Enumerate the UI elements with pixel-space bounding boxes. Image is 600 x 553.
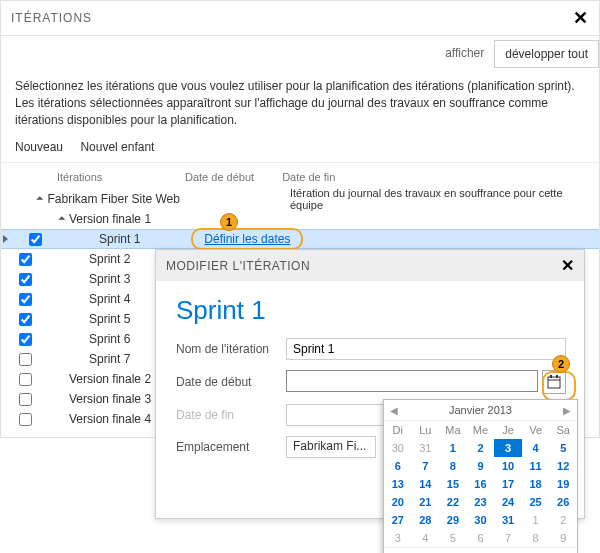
calendar-month[interactable]: Janvier 2013 [449,404,512,416]
version-checkbox[interactable] [19,413,32,426]
toolbar: afficher développer tout [1,36,599,72]
tree-label: Sprint 6 [89,332,130,346]
toolbar-expand-all[interactable]: développer tout [494,40,599,68]
tree-label: Sprint 7 [89,352,130,366]
panel-title-bar: MODIFIER L'ITÉRATION [166,259,310,273]
sprint-checkbox[interactable] [19,273,32,286]
sprint-checkbox[interactable] [19,353,32,366]
sprint-checkbox[interactable] [19,253,32,266]
field-name-label: Nom de l'itération [176,342,286,356]
calendar-dow: Sa [549,421,577,438]
expand-icon[interactable] [34,192,47,206]
date-picker: ◀ Janvier 2013 ▶ DiLuMaMeJeVeSa303112345… [383,399,578,438]
toolbar-afficher[interactable]: afficher [435,40,494,68]
next-month-icon[interactable]: ▶ [563,405,571,416]
calendar-dow: Me [467,421,495,438]
field-name-row: Nom de l'itération [176,338,566,360]
col-iterations: Itérations [57,171,157,183]
tree-label: Version finale 2 [69,372,151,386]
col-end: Date de fin [282,171,335,183]
field-end-label: Date de fin [176,408,286,422]
field-start-label: Date de début [176,375,286,389]
calendar-dow: Lu [412,421,440,438]
close-icon[interactable]: ✕ [573,7,589,29]
sprint-checkbox[interactable] [19,333,32,346]
calendar-dow: Je [494,421,522,438]
location-value[interactable]: Fabrikam Fi... [286,436,376,438]
iteration-title: Sprint 1 [176,295,566,326]
calendar-dow: Ve [522,421,550,438]
tree-label: Sprint 3 [89,272,130,286]
dialog-header: ITÉRATIONS ✕ [1,1,599,36]
sprint-checkbox[interactable] [29,233,42,246]
svg-rect-3 [556,375,558,378]
calendar-icon[interactable] [542,370,566,394]
action-new-child[interactable]: Nouvel enfant [80,140,154,154]
annotation-badge-2: 2 [552,355,570,373]
tree-root-note: Itération du journal des travaux en souf… [290,187,585,211]
calendar-dow: Di [384,421,412,438]
tree-label: Version finale 1 [69,212,151,226]
prev-month-icon[interactable]: ◀ [390,405,398,416]
actions-bar: Nouveau Nouvel enfant [1,132,599,163]
version-checkbox[interactable] [19,393,32,406]
sprint-checkbox[interactable] [19,313,32,326]
tree-root-label: Fabrikam Fiber Site Web [47,192,180,206]
calendar-header: ◀ Janvier 2013 ▶ [384,400,577,421]
action-new[interactable]: Nouveau [15,140,63,154]
iteration-name-input[interactable] [286,338,566,360]
tree-version-1[interactable]: Version finale 1 [15,209,585,229]
tree-label: Version finale 4 [69,412,151,426]
row-indicator-icon [3,235,9,243]
tree-sprint-1[interactable]: Sprint 1 Définir les dates [1,229,599,249]
version-checkbox[interactable] [19,373,32,386]
tree-label: Sprint 4 [89,292,130,306]
expand-icon[interactable] [55,212,69,226]
define-dates-link[interactable]: Définir les dates [204,232,290,246]
dialog-title: ITÉRATIONS [11,11,92,25]
calendar-dow: Ma [439,421,467,438]
tree-label: Sprint 1 [99,232,140,246]
description-text: Sélectionnez les itérations que vous vou… [1,72,599,132]
panel-header: MODIFIER L'ITÉRATION ✕ [156,250,584,281]
tree-label: Version finale 3 [69,392,151,406]
sprint-checkbox[interactable] [19,293,32,306]
close-icon[interactable]: ✕ [561,256,575,275]
col-start: Date de début [185,171,254,183]
tree-label: Sprint 2 [89,252,130,266]
tree-label: Sprint 5 [89,312,130,326]
start-date-input[interactable] [286,370,538,392]
svg-rect-0 [548,377,560,388]
field-start-row: Date de début [176,370,566,394]
svg-rect-2 [550,375,552,378]
modify-iteration-panel: MODIFIER L'ITÉRATION ✕ Sprint 1 Nom de l… [155,249,585,438]
calendar-grid: DiLuMaMeJeVeSa30311234567891011121314151… [384,421,577,438]
tree-root[interactable]: Fabrikam Fiber Site Web Itération du jou… [15,189,585,209]
column-headers: Itérations Date de début Date de fin [1,167,599,189]
